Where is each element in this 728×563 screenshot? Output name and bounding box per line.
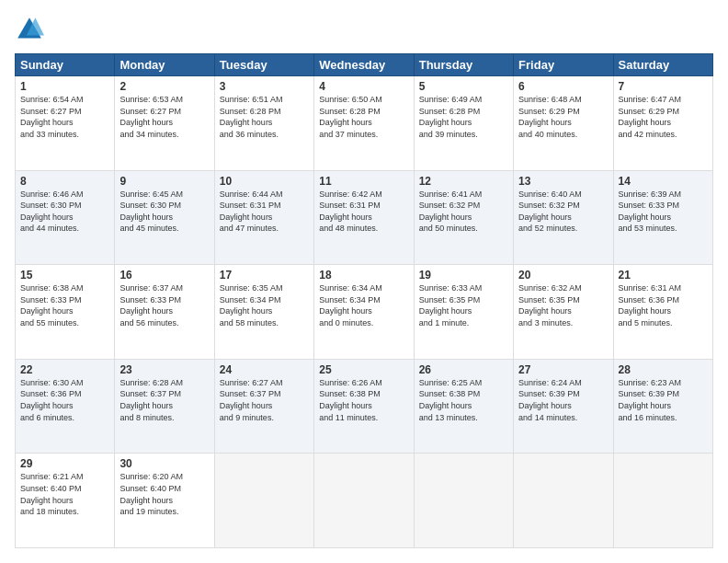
calendar-cell: 23 Sunrise: 6:28 AMSunset: 6:37 PMDaylig…	[115, 359, 214, 454]
day-info: Sunrise: 6:48 AMSunset: 6:29 PMDaylight …	[518, 94, 608, 140]
day-number: 28	[619, 363, 708, 376]
day-info: Sunrise: 6:41 AMSunset: 6:32 PMDaylight …	[419, 189, 508, 235]
day-info: Sunrise: 6:45 AMSunset: 6:30 PMDaylight …	[119, 189, 209, 235]
calendar-cell: 30 Sunrise: 6:20 AMSunset: 6:40 PMDaylig…	[115, 454, 214, 548]
day-number: 1	[20, 80, 109, 93]
calendar-cell	[613, 454, 712, 548]
day-info: Sunrise: 6:54 AMSunset: 6:27 PMDaylight …	[20, 94, 109, 140]
calendar-cell: 17 Sunrise: 6:35 AMSunset: 6:34 PMDaylig…	[214, 265, 313, 360]
calendar-cell: 20 Sunrise: 6:32 AMSunset: 6:35 PMDaylig…	[514, 265, 613, 360]
calendar-cell: 5 Sunrise: 6:49 AMSunset: 6:28 PMDayligh…	[414, 76, 513, 171]
calendar-cell	[414, 454, 513, 548]
page: SundayMondayTuesdayWednesdayThursdayFrid…	[0, 0, 728, 563]
calendar-week-4: 22 Sunrise: 6:30 AMSunset: 6:36 PMDaylig…	[16, 359, 713, 454]
day-number: 11	[319, 175, 408, 188]
day-info: Sunrise: 6:51 AMSunset: 6:28 PMDaylight …	[220, 94, 309, 140]
day-number: 19	[419, 269, 508, 282]
day-number: 8	[20, 175, 109, 188]
calendar-cell: 27 Sunrise: 6:24 AMSunset: 6:39 PMDaylig…	[514, 359, 613, 454]
calendar-table: SundayMondayTuesdayWednesdayThursdayFrid…	[15, 53, 713, 548]
day-info: Sunrise: 6:28 AMSunset: 6:37 PMDaylight …	[119, 377, 209, 423]
calendar-cell: 9 Sunrise: 6:45 AMSunset: 6:30 PMDayligh…	[115, 170, 214, 265]
day-number: 20	[518, 269, 608, 282]
day-info: Sunrise: 6:31 AMSunset: 6:36 PMDaylight …	[619, 282, 708, 328]
calendar-cell	[214, 454, 313, 548]
calendar-cell: 7 Sunrise: 6:47 AMSunset: 6:29 PMDayligh…	[613, 76, 712, 171]
day-number: 27	[518, 363, 608, 376]
day-number: 26	[419, 363, 508, 376]
day-number: 17	[220, 269, 309, 282]
header	[15, 15, 713, 44]
calendar-cell: 14 Sunrise: 6:39 AMSunset: 6:33 PMDaylig…	[613, 170, 712, 265]
calendar-cell: 15 Sunrise: 6:38 AMSunset: 6:33 PMDaylig…	[16, 265, 115, 360]
logo-icon	[15, 15, 44, 44]
day-info: Sunrise: 6:25 AMSunset: 6:38 PMDaylight …	[419, 377, 508, 423]
day-number: 3	[220, 80, 309, 93]
calendar-cell: 26 Sunrise: 6:25 AMSunset: 6:38 PMDaylig…	[414, 359, 513, 454]
calendar-cell: 24 Sunrise: 6:27 AMSunset: 6:37 PMDaylig…	[214, 359, 313, 454]
day-info: Sunrise: 6:53 AMSunset: 6:27 PMDaylight …	[119, 94, 209, 140]
calendar-cell: 4 Sunrise: 6:50 AMSunset: 6:28 PMDayligh…	[314, 76, 414, 171]
calendar-cell: 8 Sunrise: 6:46 AMSunset: 6:30 PMDayligh…	[16, 170, 115, 265]
day-number: 6	[518, 80, 608, 93]
calendar-cell: 13 Sunrise: 6:40 AMSunset: 6:32 PMDaylig…	[514, 170, 613, 265]
weekday-header-row: SundayMondayTuesdayWednesdayThursdayFrid…	[16, 54, 713, 76]
weekday-header-friday: Friday	[514, 54, 613, 76]
calendar-cell: 25 Sunrise: 6:26 AMSunset: 6:38 PMDaylig…	[314, 359, 414, 454]
day-info: Sunrise: 6:47 AMSunset: 6:29 PMDaylight …	[619, 94, 708, 140]
day-number: 9	[119, 175, 209, 188]
day-info: Sunrise: 6:21 AMSunset: 6:40 PMDaylight …	[20, 471, 109, 517]
day-number: 10	[220, 175, 309, 188]
calendar-cell: 6 Sunrise: 6:48 AMSunset: 6:29 PMDayligh…	[514, 76, 613, 171]
day-number: 16	[119, 269, 209, 282]
day-info: Sunrise: 6:40 AMSunset: 6:32 PMDaylight …	[518, 189, 608, 235]
day-info: Sunrise: 6:37 AMSunset: 6:33 PMDaylight …	[119, 282, 209, 328]
day-info: Sunrise: 6:44 AMSunset: 6:31 PMDaylight …	[220, 189, 309, 235]
calendar-cell: 1 Sunrise: 6:54 AMSunset: 6:27 PMDayligh…	[16, 76, 115, 171]
weekday-header-wednesday: Wednesday	[314, 54, 414, 76]
day-info: Sunrise: 6:34 AMSunset: 6:34 PMDaylight …	[319, 282, 408, 328]
calendar-cell: 3 Sunrise: 6:51 AMSunset: 6:28 PMDayligh…	[214, 76, 313, 171]
day-info: Sunrise: 6:39 AMSunset: 6:33 PMDaylight …	[619, 189, 708, 235]
calendar-cell: 19 Sunrise: 6:33 AMSunset: 6:35 PMDaylig…	[414, 265, 513, 360]
day-number: 25	[319, 363, 408, 376]
day-number: 13	[518, 175, 608, 188]
day-number: 15	[20, 269, 109, 282]
calendar-cell: 12 Sunrise: 6:41 AMSunset: 6:32 PMDaylig…	[414, 170, 513, 265]
day-number: 30	[119, 457, 209, 470]
day-info: Sunrise: 6:30 AMSunset: 6:36 PMDaylight …	[20, 377, 109, 423]
day-info: Sunrise: 6:42 AMSunset: 6:31 PMDaylight …	[319, 189, 408, 235]
calendar-cell: 21 Sunrise: 6:31 AMSunset: 6:36 PMDaylig…	[613, 265, 712, 360]
calendar-cell: 16 Sunrise: 6:37 AMSunset: 6:33 PMDaylig…	[115, 265, 214, 360]
day-info: Sunrise: 6:33 AMSunset: 6:35 PMDaylight …	[419, 282, 508, 328]
calendar-cell	[314, 454, 414, 548]
calendar-cell: 28 Sunrise: 6:23 AMSunset: 6:39 PMDaylig…	[613, 359, 712, 454]
day-info: Sunrise: 6:23 AMSunset: 6:39 PMDaylight …	[619, 377, 708, 423]
calendar-week-3: 15 Sunrise: 6:38 AMSunset: 6:33 PMDaylig…	[16, 265, 713, 360]
weekday-header-tuesday: Tuesday	[214, 54, 313, 76]
calendar-cell: 22 Sunrise: 6:30 AMSunset: 6:36 PMDaylig…	[16, 359, 115, 454]
weekday-header-monday: Monday	[115, 54, 214, 76]
day-number: 5	[419, 80, 508, 93]
weekday-header-sunday: Sunday	[16, 54, 115, 76]
day-info: Sunrise: 6:49 AMSunset: 6:28 PMDaylight …	[419, 94, 508, 140]
day-number: 4	[319, 80, 408, 93]
day-number: 18	[319, 269, 408, 282]
day-info: Sunrise: 6:27 AMSunset: 6:37 PMDaylight …	[220, 377, 309, 423]
day-info: Sunrise: 6:35 AMSunset: 6:34 PMDaylight …	[220, 282, 309, 328]
calendar-cell: 2 Sunrise: 6:53 AMSunset: 6:27 PMDayligh…	[115, 76, 214, 171]
day-number: 7	[619, 80, 708, 93]
weekday-header-saturday: Saturday	[613, 54, 712, 76]
day-info: Sunrise: 6:46 AMSunset: 6:30 PMDaylight …	[20, 189, 109, 235]
day-info: Sunrise: 6:38 AMSunset: 6:33 PMDaylight …	[20, 282, 109, 328]
day-info: Sunrise: 6:32 AMSunset: 6:35 PMDaylight …	[518, 282, 608, 328]
day-info: Sunrise: 6:24 AMSunset: 6:39 PMDaylight …	[518, 377, 608, 423]
day-info: Sunrise: 6:20 AMSunset: 6:40 PMDaylight …	[119, 471, 209, 517]
day-number: 24	[220, 363, 309, 376]
calendar-cell: 18 Sunrise: 6:34 AMSunset: 6:34 PMDaylig…	[314, 265, 414, 360]
calendar-cell: 29 Sunrise: 6:21 AMSunset: 6:40 PMDaylig…	[16, 454, 115, 548]
day-number: 23	[119, 363, 209, 376]
logo	[15, 15, 48, 44]
calendar-cell	[514, 454, 613, 548]
day-info: Sunrise: 6:26 AMSunset: 6:38 PMDaylight …	[319, 377, 408, 423]
